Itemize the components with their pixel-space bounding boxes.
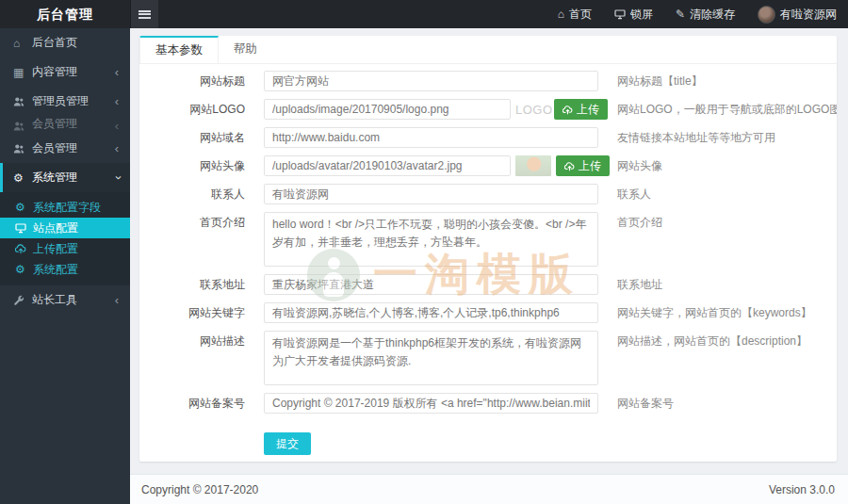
sidebar-item-admins[interactable]: 管理员管理 ‹ [0,87,130,116]
sidebar-item-label: 管理员管理 [32,93,115,109]
field-help: 网站标题【title】 [617,71,703,91]
field-site-keywords: 网站关键字 网站关键字，网站首页的【keywords】 [139,302,837,323]
upload-button-label: 上传 [579,158,601,174]
site-keywords-input[interactable] [264,302,598,323]
sidebar-item-label: 会员管理 [32,116,115,132]
hamburger-icon [139,10,151,19]
nav-lock-screen[interactable]: 锁屏 [603,0,664,28]
tab-help[interactable]: 帮助 [219,36,272,63]
users-icon [13,121,32,132]
site-description-textarea[interactable]: 有啦资源网是一个基于thinkphp6框架开发的系统，有啦资源网为广大开发者提供… [264,331,598,385]
site-config-form: 网站标题 网站标题【title】 网站LOGO LOGO 上传 网站LOGO，一… [139,64,837,455]
chevron-down-icon: ‹ [110,175,122,179]
home-icon: ⌂ [558,8,564,20]
field-label: 网站头像 [139,155,264,176]
user-menu[interactable]: 有啦资源网 [746,0,848,28]
sidebar-item-label: 内容管理 [32,64,115,80]
sidebar-item-members[interactable]: 会员管理 ‹ [0,134,130,163]
header-nav: ⌂ 首页 锁屏 ✎ 清除缓存 有啦资源网 [546,0,848,28]
field-site-description: 网站描述 有啦资源网是一个基于thinkphp6框架开发的系统，有啦资源网为广大… [139,331,837,385]
tabbar: 基本参数 帮助 [139,36,837,64]
contact-address-input[interactable] [264,274,598,295]
field-site-title: 网站标题 网站标题【title】 [139,71,837,91]
field-help: 友情链接本站地址等等地方可用 [617,127,775,148]
sidebar-subitem-config-fields[interactable]: ⚙ 系统配置字段 [0,197,130,218]
field-label: 网站描述 [139,331,264,351]
users-icon [13,96,32,107]
cloud-upload-icon [564,161,575,171]
site-title-input[interactable] [264,71,598,91]
upload-button-label: 上传 [577,102,599,118]
main-content: 基本参数 帮助 网站标题 网站标题【title】 网站LOGO LOGO 上传 [130,28,848,504]
field-site-icp: 网站备案号 网站备案号 [139,393,837,414]
cogs-icon: ⚙ [15,201,33,214]
tab-basic-params[interactable]: 基本参数 [139,36,219,63]
sidebar-item-dashboard[interactable]: ⌂ 后台首页 [0,28,130,57]
top-header: 后台管理 ⌂ 首页 锁屏 ✎ 清除缓存 有啦资源网 [0,0,848,28]
home-intro-textarea[interactable]: hello word！<br />只工作不玩耍，聪明的小孩会变傻。<br />年… [264,212,598,267]
brand-title: 后台管理 [0,0,130,28]
site-avatar-input[interactable] [264,155,511,176]
field-label: 网站备案号 [139,393,264,414]
field-label: 联系地址 [139,274,264,295]
monitor-icon [614,8,626,20]
sidebar-subitem-label: 系统配置 [33,262,119,278]
field-help: 网站关键字，网站首页的【keywords】 [617,302,812,323]
submit-row: 提交 [139,432,837,455]
users-icon [13,143,32,154]
gear-icon: ⚙ [13,171,32,185]
sidebar-item-label: 系统管理 [32,170,115,186]
sidebar-item-content[interactable]: ▦ 内容管理 ‹ [0,57,130,87]
submit-button[interactable]: 提交 [264,432,311,455]
chevron-left-icon: ‹ [115,294,119,306]
nav-clear-cache-label: 清除缓存 [690,7,735,23]
field-home-intro: 首页介绍 hello word！<br />只工作不玩耍，聪明的小孩会变傻。<b… [139,212,837,267]
sidebar: ⌂ 后台首页 ▦ 内容管理 ‹ 管理员管理 ‹ 会员管理 ‹ 会员管理 ‹ ⚙ … [0,28,130,504]
field-help: 网站备案号 [617,393,674,414]
sidebar-item-system[interactable]: ⚙ 系统管理 ‹ [0,163,130,192]
sidebar-item-members-ghost[interactable]: 会员管理 ‹ [0,116,130,134]
field-site-logo: 网站LOGO LOGO 上传 网站LOGO，一般用于导航或底部的LOGO图片 [139,99,837,120]
footer-version: Version 3.0.0 [769,483,835,496]
chevron-left-icon: ‹ [115,95,119,107]
nav-lock-label: 锁屏 [630,7,653,23]
field-help: 网站LOGO，一般用于导航或底部的LOGO图片 [617,99,837,120]
wrench-icon [13,295,32,306]
chevron-left-icon: ‹ [115,120,119,132]
field-contact-address: 联系地址 联系地址 [139,274,837,295]
upload-avatar-button[interactable]: 上传 [556,155,610,176]
sidebar-subitem-label: 系统配置字段 [33,200,119,216]
home-icon: ⌂ [13,37,32,50]
sidebar-subitem-upload-config[interactable]: 上传配置 [0,238,130,259]
avatar-preview-image [515,155,551,176]
field-site-domain: 网站域名 友情链接本站地址等等地方可用 [139,127,837,148]
brush-icon: ✎ [676,8,685,20]
user-avatar [758,6,775,24]
nav-home[interactable]: ⌂ 首页 [546,0,603,28]
settings-card: 基本参数 帮助 网站标题 网站标题【title】 网站LOGO LOGO 上传 [139,36,837,462]
contact-person-input[interactable] [264,184,598,204]
sidebar-item-label: 会员管理 [32,140,115,156]
field-help: 联系人 [617,184,651,204]
field-label: 网站LOGO [139,99,264,120]
field-label: 网站关键字 [139,302,264,323]
gear-icon: ⚙ [15,263,33,276]
field-help: 网站描述，网站首页的【description】 [617,331,807,351]
field-label: 网站标题 [139,71,264,91]
sidebar-item-webmaster-tools[interactable]: 站长工具 ‹ [0,285,130,315]
sidebar-subitem-site-config[interactable]: 站点配置 [0,218,130,238]
collapse-menu-button[interactable] [130,0,158,28]
upload-logo-button[interactable]: 上传 [554,99,608,120]
logo-preview: LOGO [515,103,549,117]
site-icp-input[interactable] [264,393,598,414]
system-submenu: ⚙ 系统配置字段 站点配置 上传配置 ⚙ 系统配置 [0,192,130,285]
chevron-left-icon: ‹ [115,142,119,154]
field-help: 联系地址 [617,274,662,295]
chevron-left-icon: ‹ [115,66,119,78]
site-logo-input[interactable] [264,99,511,120]
site-domain-input[interactable] [264,127,598,148]
cloud-upload-icon [563,105,573,115]
nav-clear-cache[interactable]: ✎ 清除缓存 [664,0,746,28]
nav-home-label: 首页 [569,7,592,23]
sidebar-subitem-system-config[interactable]: ⚙ 系统配置 [0,259,130,280]
